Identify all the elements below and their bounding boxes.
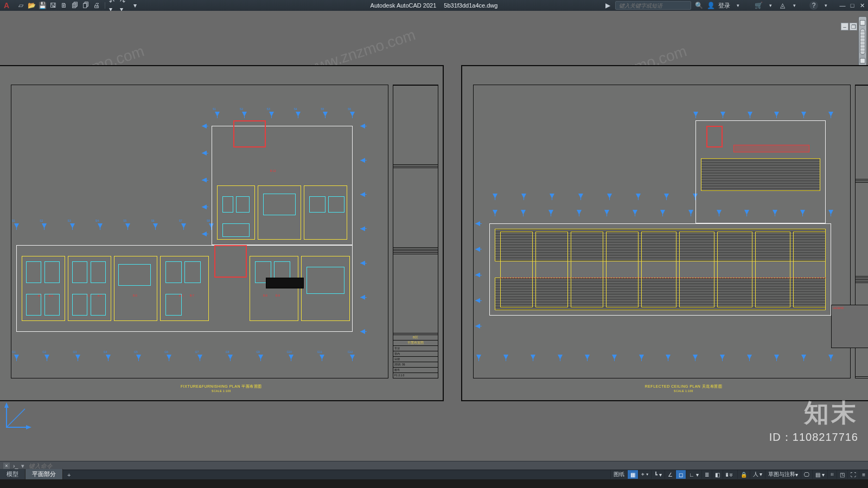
drawing-title: REFLECTED CEILING PLAN 天花布置图 SCALE 1:100 [645, 384, 723, 393]
legend: LEGEND [831, 305, 868, 348]
qat-new-icon[interactable]: ▱ [16, 1, 25, 10]
tb-row: 图号 [393, 367, 438, 373]
help-icon[interactable]: ? [809, 1, 818, 10]
tb-row: 专业 [393, 345, 438, 351]
cmd-close-icon[interactable]: × [3, 463, 10, 469]
svg-marker-0 [4, 402, 9, 408]
qat-saveas-icon[interactable]: 🖫 [49, 1, 58, 10]
exchange-cart-icon[interactable]: 🛒 [754, 1, 763, 10]
infocenter-search[interactable] [615, 1, 691, 10]
tb-row: 室内 [393, 351, 438, 356]
doc-max-icon[interactable]: ❐ [850, 23, 857, 30]
cart-dd-icon[interactable]: ▾ [766, 1, 775, 10]
qat-open-icon[interactable]: 📂 [27, 1, 36, 10]
title-bar: A ▱ 📂 💾 🖫 🗎 🗐 🗍 🖨 ↶ ▾ ↷ ▾ ▾ Autodesk Aut… [0, 0, 868, 11]
tb-zone: B区 [393, 335, 438, 340]
account-dd-icon[interactable]: ▾ [733, 1, 742, 10]
quick-access-toolbar: ▱ 📂 💾 🖫 🗎 🗐 🗍 🖨 ↶ ▾ ↷ ▾ ▾ [14, 1, 139, 10]
appstore-icon[interactable]: ◬ [778, 1, 787, 10]
svg-marker-1 [26, 425, 31, 429]
tab-model[interactable]: 模型 [0, 469, 25, 479]
app-logo[interactable]: A [1, 0, 12, 11]
qat-publish-icon[interactable]: 🗍 [81, 1, 90, 10]
brand-watermark: 知末 ID：1108217716 [769, 396, 858, 445]
account-label[interactable]: 登录 [718, 2, 730, 10]
command-line[interactable]: × ›_ ▾ [0, 461, 868, 470]
tb-name: 平面布置图 [393, 340, 438, 345]
status-workspace[interactable]: 草图与注释 ▾ [765, 470, 801, 479]
status-grid-icon[interactable]: ▦ [627, 470, 638, 479]
app-name: Autodesk AutoCAD 2021 [371, 2, 437, 9]
floor-plan-drawing: B-12 B-1 B-2 B-3 B-4 B-5 B-6 B-7 B-8 B-9 [16, 115, 363, 354]
help-dd-icon[interactable]: ▾ [821, 1, 830, 10]
status-annoscale-icon[interactable]: 🔒 [737, 470, 750, 479]
status-monitor-icon[interactable]: 🖵 [801, 470, 812, 479]
status-customize-icon[interactable]: ≡ [859, 470, 868, 479]
ceiling-plan-drawing: LEGEND [478, 115, 837, 354]
svg-line-2 [7, 409, 25, 427]
sheet-ceiling-plan: LEGEND REFLECTED CEILING PLAN 天花布置图 SCAL… [461, 65, 868, 401]
tab-layout[interactable]: 平面部分 [25, 469, 63, 479]
drawing-title: FIXTURE&FURNISHING PLAN 平面布置图 SCALE 1:10… [181, 384, 262, 393]
title-right: ▶ 🔍 👤 登录 ▾ 🛒 ▾ ◬ ▾ ? ▾ — □ ✕ [603, 1, 868, 10]
status-cycling-icon[interactable]: �థ [723, 470, 737, 479]
status-paper[interactable]: 图纸 [610, 470, 627, 479]
status-otrack-icon[interactable]: ∟ ▾ [686, 470, 701, 479]
tb-row: F1 2.1.0 [393, 373, 438, 378]
ucs-icon [3, 401, 33, 431]
account-icon[interactable]: 👤 [706, 1, 715, 10]
room-label: B-5 [133, 294, 137, 297]
status-units-icon[interactable]: ▤ ▾ [812, 470, 827, 479]
status-hardware-icon[interactable]: ⌗ [827, 470, 837, 479]
nav-home-icon[interactable] [860, 20, 865, 25]
room-label: B-9 [276, 294, 280, 297]
status-transparency-icon[interactable]: ◧ [712, 470, 723, 479]
nav-pan-icon[interactable] [860, 58, 865, 63]
status-snap-icon[interactable]: ⌖ ▾ [638, 470, 651, 479]
search-input[interactable] [618, 2, 688, 9]
room-label: B-12 [270, 169, 276, 172]
qat-more-icon[interactable]: ▾ [131, 1, 139, 10]
window-max-icon[interactable]: □ [848, 2, 856, 9]
status-annoscale-dd[interactable]: 人 ▾ [750, 470, 765, 479]
window-min-icon[interactable]: — [839, 2, 846, 9]
status-cleanscreen-icon[interactable]: ⛶ [847, 470, 859, 479]
qat-save-icon[interactable]: 💾 [38, 1, 47, 10]
status-osnap-icon[interactable]: ◻ [675, 470, 686, 479]
tb-row: 2018. 06 [393, 362, 438, 367]
tb-row: 日期 [393, 356, 438, 362]
status-ortho-icon[interactable]: ┗ ▾ [651, 470, 665, 479]
appstore-dd-icon[interactable]: ▾ [790, 1, 799, 10]
qat-redo-icon[interactable]: ↷ ▾ [120, 1, 129, 10]
window-controls: — □ ✕ [839, 2, 866, 9]
layout-tabs: 模型 平面部分 + 图纸 ▦ ⌖ ▾ ┗ ▾ ∠ ◻ ∟ ▾ ≣ ◧ �థ 🔒 … [0, 470, 868, 479]
tab-add[interactable]: + [63, 471, 75, 479]
title-center: Autodesk AutoCAD 2021 5b31f3dd1a4ce.dwg [371, 2, 498, 9]
qat-plot-icon[interactable]: 🗐 [71, 1, 79, 10]
search-tip-icon: ▶ [603, 1, 612, 10]
room-label: B-8 [263, 294, 267, 297]
qat-plotpreview-icon[interactable]: 🗎 [60, 1, 68, 10]
signage-block [266, 278, 304, 288]
qat-undo-icon[interactable]: ↶ ▾ [109, 1, 118, 10]
file-name: 5b31f3dd1a4ce.dwg [444, 2, 497, 9]
sheet-furnishing-plan: B区 平面布置图 专业 室内 日期 2018. 06 图号 F1 2.1.0 [0, 65, 444, 401]
command-input[interactable] [28, 462, 169, 470]
search-icon[interactable]: 🔍 [694, 1, 703, 10]
cmd-prompt-icon: ›_ [13, 463, 18, 469]
status-isoviews-icon[interactable]: ◳ [837, 470, 847, 479]
window-close-icon[interactable]: ✕ [858, 2, 866, 9]
drawing-viewport[interactable]: – ❐ × www.znzmo.com www.znzmo.com www.zn… [0, 11, 868, 461]
doc-min-icon[interactable]: – [841, 23, 848, 30]
status-lineweight-icon[interactable]: ≣ [701, 470, 712, 479]
qat-print-icon[interactable]: 🖨 [92, 1, 101, 10]
room-label: B-7 [190, 294, 194, 297]
title-block: B区 平面布置图 专业 室内 日期 2018. 06 图号 F1 2.1.0 [393, 85, 438, 378]
status-tray: 图纸 ▦ ⌖ ▾ ┗ ▾ ∠ ◻ ∟ ▾ ≣ ◧ �థ 🔒 人 ▾ 草图与注释 … [610, 470, 868, 479]
status-polar-icon[interactable]: ∠ [665, 470, 675, 479]
nav-wheel-icon[interactable] [860, 29, 865, 55]
